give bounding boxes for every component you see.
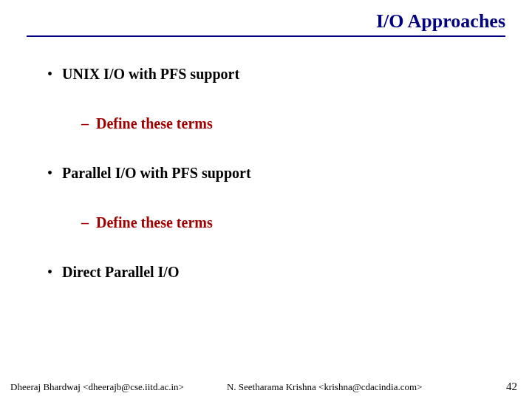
footer-author-right: N. Seetharama Krishna <krishna@cdacindia…	[227, 381, 423, 393]
bullet-text: Direct Parallel I/O	[62, 263, 179, 282]
bullet-dot-icon: •	[47, 265, 62, 279]
slide: I/O Approaches • UNIX I/O with PFS suppo…	[0, 0, 532, 399]
dash-icon: –	[81, 115, 96, 133]
sub-bullet-item: – Define these terms	[81, 214, 502, 232]
bullet-item: • UNIX I/O with PFS support	[47, 65, 502, 83]
slide-title: I/O Approaches	[27, 10, 505, 33]
footer-author-left: Dheeraj Bhardwaj <dheerajb@cse.iitd.ac.i…	[10, 381, 184, 393]
title-region: I/O Approaches	[0, 0, 532, 37]
bullet-item: • Direct Parallel I/O	[47, 263, 502, 282]
bullet-dot-icon: •	[47, 166, 62, 180]
page-number: 42	[506, 381, 517, 393]
bullet-text: UNIX I/O with PFS support	[62, 65, 239, 83]
bullet-dot-icon: •	[47, 66, 62, 81]
sub-bullet-text: Define these terms	[96, 115, 213, 133]
footer: Dheeraj Bhardwaj <dheerajb@cse.iitd.ac.i…	[0, 381, 532, 393]
bullet-text: Parallel I/O with PFS support	[62, 164, 251, 183]
content-area: • UNIX I/O with PFS support – Define the…	[0, 37, 532, 282]
sub-bullet-item: – Define these terms	[81, 115, 502, 133]
sub-bullet-text: Define these terms	[96, 214, 213, 232]
dash-icon: –	[81, 214, 96, 232]
bullet-item: • Parallel I/O with PFS support	[47, 164, 502, 183]
